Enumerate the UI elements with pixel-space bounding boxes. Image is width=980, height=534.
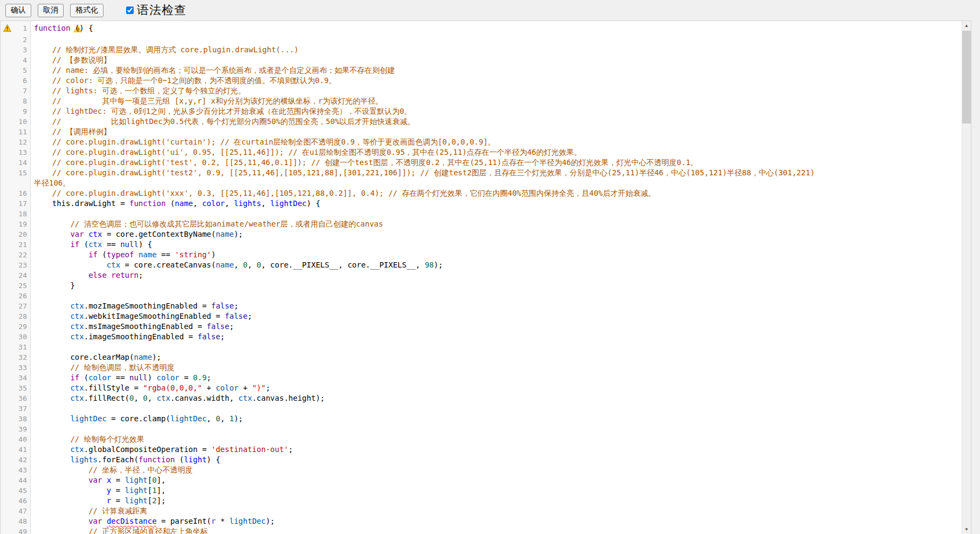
svg-text:!: ! bbox=[6, 26, 8, 32]
code-line[interactable]: 29 ctx.msImageSmoothingEnabled = false; bbox=[1, 321, 962, 332]
scroll-up-button[interactable]: ▲ bbox=[962, 21, 971, 30]
gutter-marker bbox=[1, 444, 13, 455]
gutter-marker bbox=[1, 76, 13, 86]
code-area[interactable]: ! 1function () {23 // 绘制灯光/漆黑层效果。调用方式 co… bbox=[1, 21, 962, 534]
line-number: 34 bbox=[13, 373, 31, 383]
syntax-check-label[interactable]: 语法检查 bbox=[137, 2, 187, 18]
code-line[interactable]: 45 y = light[1], bbox=[1, 485, 962, 496]
code-line[interactable]: 18 bbox=[1, 209, 962, 219]
code-line[interactable]: 8 // 其中每一项是三元组 [x,y,r] x和y分别为该灯光的横纵坐标，r为… bbox=[1, 96, 962, 106]
line-number: 10 bbox=[13, 117, 31, 127]
code-line[interactable]: 26 bbox=[1, 291, 962, 301]
code-line[interactable]: 21 if (ctx == null) { bbox=[1, 239, 962, 250]
code-line[interactable]: 23 ctx = core.createCanvas(name, 0, 0, c… bbox=[1, 260, 962, 270]
line-number: 1 bbox=[13, 23, 31, 35]
code-line[interactable]: 46 r = light[2]; bbox=[1, 496, 962, 506]
code-line[interactable]: 20 var ctx = core.getContextByName(name)… bbox=[1, 229, 962, 239]
code-text: // name: 必填，要绘制到的画布名；可以是一个系统画布，或者是个自定义画布… bbox=[31, 65, 962, 76]
code-line[interactable]: 6 // color: 可选，只能是一个0~1之间的数，为不透明度的值。不填则默… bbox=[1, 76, 962, 86]
line-number: 41 bbox=[13, 444, 31, 455]
scroll-up-icon: ▲ bbox=[964, 23, 969, 28]
code-line-wrap[interactable]: 半径106。 bbox=[1, 178, 962, 188]
syntax-check-group: 语法检查 bbox=[126, 2, 187, 18]
code-text: // 绘制色调层，默认不透明度 bbox=[31, 362, 962, 373]
code-line[interactable]: 44 var x = light[0], bbox=[1, 475, 962, 485]
code-line[interactable]: 32 core.clearMap(name); bbox=[1, 352, 962, 362]
format-button[interactable]: 格式化 bbox=[70, 4, 103, 17]
code-line[interactable]: 3 // 绘制灯光/漆黑层效果。调用方式 core.plugin.drawLig… bbox=[1, 45, 962, 55]
code-line[interactable]: 2 bbox=[1, 35, 962, 45]
code-text: } bbox=[31, 280, 962, 291]
code-line[interactable]: 38 lightDec = core.clamp(lightDec, 0, 1)… bbox=[1, 414, 962, 424]
code-line[interactable]: 7 // lights: 可选，一个数组，定义了每个独立的灯光。 bbox=[1, 86, 962, 96]
scroll-thumb[interactable] bbox=[962, 31, 971, 124]
code-text bbox=[31, 35, 962, 45]
code-line[interactable]: 31 bbox=[1, 342, 962, 352]
code-text: ctx.webkitImageSmoothingEnabled = false; bbox=[31, 311, 962, 321]
code-text: ctx.imageSmoothingEnabled = false; bbox=[31, 332, 962, 342]
code-editor[interactable]: ! 1function () {23 // 绘制灯光/漆黑层效果。调用方式 co… bbox=[0, 20, 971, 534]
code-line[interactable]: 27 ctx.mozImageSmoothingEnabled = false; bbox=[1, 301, 962, 311]
code-line[interactable]: 42 lights.forEach(function (light) { bbox=[1, 455, 962, 465]
code-text: if (color == null) color = 0.9; bbox=[31, 373, 962, 383]
line-number: 37 bbox=[13, 403, 31, 414]
code-line[interactable]: 28 ctx.webkitImageSmoothingEnabled = fal… bbox=[1, 311, 962, 321]
code-line[interactable]: 9 // lightDec: 可选，0到1之间，光从多少百分比才开始衰减（在此范… bbox=[1, 106, 962, 117]
code-line[interactable]: 33 // 绘制色调层，默认不透明度 bbox=[1, 362, 962, 373]
gutter-marker bbox=[1, 506, 13, 516]
code-text: lights.forEach(function (light) { bbox=[31, 455, 962, 465]
gutter-marker bbox=[1, 229, 13, 239]
code-text: ctx.msImageSmoothingEnabled = false; bbox=[31, 321, 962, 332]
gutter-marker bbox=[1, 291, 13, 301]
code-line[interactable]: 13 // core.plugin.drawLight('ui', 0.95, … bbox=[1, 147, 962, 158]
code-line[interactable]: 19 // 清空色调层；也可以修改成其它层比如animate/weather层，… bbox=[1, 219, 962, 229]
code-text: function () { bbox=[31, 23, 962, 35]
line-number: 20 bbox=[13, 229, 31, 239]
code-line[interactable]: 5 // name: 必填，要绘制到的画布名；可以是一个系统画布，或者是个自定义… bbox=[1, 65, 962, 76]
code-line[interactable]: 12 // core.plugin.drawLight('curtain'); … bbox=[1, 137, 962, 147]
code-line[interactable]: 37 bbox=[1, 403, 962, 414]
code-text: else return; bbox=[31, 270, 962, 280]
code-line[interactable]: 30 ctx.imageSmoothingEnabled = false; bbox=[1, 332, 962, 342]
code-line[interactable]: 48 var decDistance = parseInt(r * lightD… bbox=[1, 516, 962, 526]
code-line[interactable]: ! 1function () { bbox=[1, 23, 962, 35]
code-line[interactable]: 14 // core.plugin.drawLight('test', 0.2,… bbox=[1, 158, 962, 168]
vertical-scrollbar[interactable]: ▲ ▼ bbox=[962, 21, 971, 534]
gutter-marker bbox=[1, 209, 13, 219]
scroll-down-button[interactable]: ▼ bbox=[962, 525, 971, 534]
code-line[interactable]: 4 // 【参数说明】 bbox=[1, 55, 962, 65]
code-line[interactable]: 24 else return; bbox=[1, 270, 962, 280]
code-line[interactable]: 47 // 计算衰减距离 bbox=[1, 506, 962, 516]
line-number: 42 bbox=[13, 455, 31, 465]
code-line[interactable]: 49 // 正方形区域的直径和左上角坐标 bbox=[1, 526, 962, 534]
warning-icon[interactable]: ! bbox=[3, 24, 11, 32]
code-line[interactable]: 36 ctx.fillRect(0, 0, ctx.canvas.width, … bbox=[1, 393, 962, 403]
confirm-button[interactable]: 确认 bbox=[5, 4, 31, 17]
code-line[interactable]: 35 ctx.fillStyle = "rgba(0,0,0," + color… bbox=[1, 383, 962, 393]
code-line[interactable]: 15 // core.plugin.drawLight('test2', 0.9… bbox=[1, 168, 962, 178]
code-line[interactable]: 17 this.drawLight = function (name, colo… bbox=[1, 198, 962, 209]
syntax-check-checkbox[interactable] bbox=[126, 6, 134, 14]
gutter-marker bbox=[1, 485, 13, 496]
code-line[interactable]: 25 } bbox=[1, 280, 962, 291]
cancel-button[interactable]: 取消 bbox=[38, 4, 64, 17]
code-line[interactable]: 11 // 【调用样例】 bbox=[1, 127, 962, 137]
code-line[interactable]: 22 if (typeof name == 'string') bbox=[1, 250, 962, 260]
code-line[interactable]: 34 if (color == null) color = 0.9; bbox=[1, 373, 962, 383]
code-text: // 比如lightDec为0.5代表，每个灯光部分内圈50%的范围全亮，50%… bbox=[31, 117, 962, 127]
gutter-marker bbox=[1, 35, 13, 45]
code-line[interactable]: 43 // 坐标，半径，中心不透明度 bbox=[1, 465, 962, 475]
code-line[interactable]: 41 ctx.globalCompositeOperation = 'desti… bbox=[1, 444, 962, 455]
code-line[interactable]: 39 bbox=[1, 424, 962, 434]
gutter-marker bbox=[1, 496, 13, 506]
gutter-marker bbox=[1, 362, 13, 373]
code-text: // 计算衰减距离 bbox=[31, 506, 962, 516]
gutter-marker bbox=[1, 137, 13, 147]
code-text: var ctx = core.getContextByName(name); bbox=[31, 229, 962, 239]
code-line[interactable]: 40 // 绘制每个灯光效果 bbox=[1, 434, 962, 444]
line-number: 46 bbox=[13, 496, 31, 506]
code-line[interactable]: 10 // 比如lightDec为0.5代表，每个灯光部分内圈50%的范围全亮，… bbox=[1, 117, 962, 127]
line-number: 17 bbox=[13, 198, 31, 209]
gutter-marker: ! bbox=[1, 23, 13, 35]
code-line[interactable]: 16 // core.plugin.drawLight('xxx', 0.3, … bbox=[1, 188, 962, 198]
